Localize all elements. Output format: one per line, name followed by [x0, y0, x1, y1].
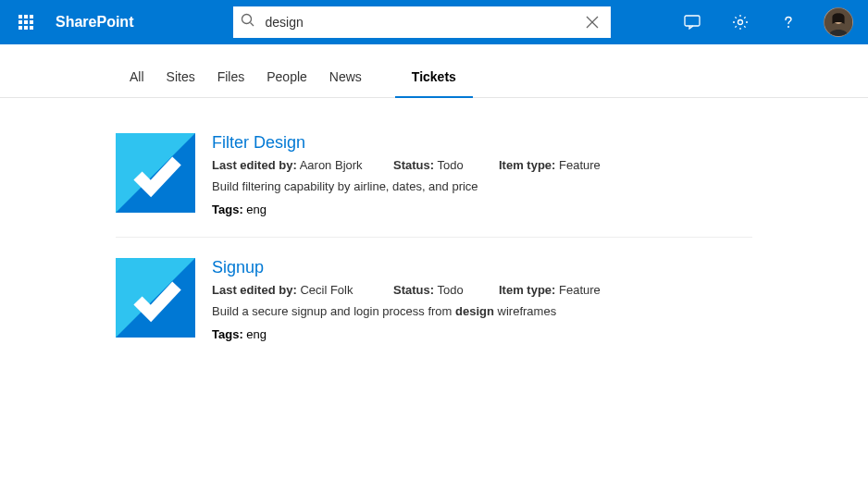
tab-all[interactable]: All [130, 69, 144, 97]
meta-value-status: Todo [437, 283, 463, 297]
svg-point-5 [738, 20, 743, 25]
search-icon [241, 13, 255, 31]
meta-label-status: Status: [393, 283, 434, 297]
brand-label[interactable]: SharePoint [56, 14, 133, 31]
result-thumbnail-icon [116, 133, 195, 213]
meta-label-type: Item type: [499, 158, 555, 172]
meta-label-editor: Last edited by: [212, 283, 297, 297]
result-title-link[interactable]: Filter Design [212, 133, 752, 153]
svg-point-6 [787, 26, 789, 28]
suite-header: SharePoint [0, 0, 868, 44]
user-avatar[interactable] [824, 7, 853, 37]
meta-value-status: Todo [437, 158, 463, 172]
meta-value-type: Feature [559, 158, 601, 172]
meta-label-status: Status: [393, 158, 434, 172]
tab-people[interactable]: People [267, 69, 307, 97]
tab-files[interactable]: Files [217, 69, 245, 97]
settings-icon[interactable] [720, 0, 761, 44]
search-tabs: All Sites Files People News Tickets [0, 44, 868, 98]
tab-news[interactable]: News [329, 69, 362, 97]
search-input[interactable] [265, 15, 581, 30]
result-tags: Tags: eng [212, 203, 752, 216]
feedback-icon[interactable] [672, 0, 713, 44]
result-item: Signup Last edited by: Cecil Folk Status… [116, 258, 752, 362]
search-box [233, 6, 611, 38]
result-tags: Tags: eng [212, 327, 752, 341]
result-item: Filter Design Last edited by: Aaron Bjor… [116, 133, 752, 238]
clear-search-icon[interactable] [581, 11, 603, 33]
result-description: Build a secure signup and login process … [212, 304, 752, 318]
tab-tickets[interactable]: Tickets [412, 69, 456, 97]
svg-rect-4 [685, 16, 700, 26]
meta-value-editor: Cecil Folk [300, 283, 353, 297]
app-launcher-icon[interactable] [7, 4, 44, 41]
help-icon[interactable] [768, 0, 809, 44]
meta-value-editor: Aaron Bjork [300, 158, 363, 172]
result-description: Build filtering capability by airline, d… [212, 179, 752, 193]
meta-label-type: Item type: [499, 283, 555, 297]
meta-value-type: Feature [559, 283, 601, 297]
svg-point-0 [242, 15, 252, 24]
search-results: Filter Design Last edited by: Aaron Bjor… [0, 98, 868, 362]
result-title-link[interactable]: Signup [212, 258, 752, 277]
meta-label-editor: Last edited by: [212, 158, 297, 172]
svg-line-1 [251, 23, 254, 27]
tab-sites[interactable]: Sites [167, 69, 195, 97]
result-thumbnail-icon [116, 258, 195, 338]
